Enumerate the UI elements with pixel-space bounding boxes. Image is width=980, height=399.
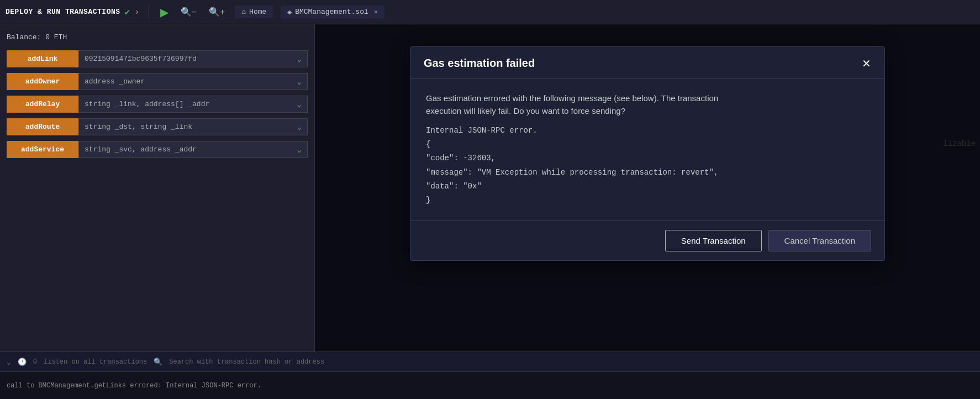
clock-icon: 🕐 xyxy=(18,358,27,366)
fn-input-addRoute[interactable]: string _dst, string _link ⌄ xyxy=(78,118,308,135)
modal-intro-line2: execution will likely fail. Do you want … xyxy=(426,106,625,116)
tab-file[interactable]: ◈ BMCManagement.sol ✕ xyxy=(281,6,384,19)
home-icon: ⌂ xyxy=(241,8,246,16)
code-line: } xyxy=(426,193,869,207)
fn-input-value: string _svc, address _addr xyxy=(85,145,197,154)
modal-footer: Send Transaction Cancel Transaction xyxy=(410,221,884,260)
arrow-icon: › xyxy=(135,8,140,17)
fn-button-addOwner[interactable]: addOwner xyxy=(7,73,78,90)
modal-intro-line1: Gas estimation errored with the followin… xyxy=(426,93,718,103)
balance-label: Balance: 0 ETH xyxy=(7,33,308,41)
fn-button-addRoute[interactable]: addRoute xyxy=(7,118,78,135)
fn-input-addRelay[interactable]: string _link, address[] _addr ⌄ xyxy=(78,96,308,113)
divider xyxy=(149,6,149,19)
modal-title: Gas estimation failed xyxy=(424,57,535,70)
modal-intro-text: Gas estimation errored with the followin… xyxy=(426,92,869,117)
code-line: "code": -32603, xyxy=(426,151,869,165)
zoom-in-button[interactable]: 🔍+ xyxy=(207,6,227,18)
fn-input-value: 09215091471bc9635f736997fd xyxy=(85,55,197,63)
function-row: addService string _svc, address _addr ⌄ xyxy=(7,141,308,158)
fn-input-addService[interactable]: string _svc, address _addr ⌄ xyxy=(78,141,308,158)
modal-code-content: {"code": -32603,"message": "VM Exception… xyxy=(426,138,869,207)
tab-home[interactable]: ⌂ Home xyxy=(235,6,273,18)
fn-chevron-icon[interactable]: ⌄ xyxy=(297,99,302,109)
modal-overlay: Gas estimation failed ✕ Gas estimation e… xyxy=(315,24,980,351)
function-row: addOwner address _owner ⌄ xyxy=(7,73,308,90)
transaction-count: 0 xyxy=(33,358,37,366)
fn-button-addLink[interactable]: addLink xyxy=(7,50,78,67)
cancel-transaction-button[interactable]: Cancel Transaction xyxy=(768,230,871,251)
fn-chevron-icon[interactable]: ⌄ xyxy=(297,122,302,132)
fn-input-value: string _link, address[] _addr xyxy=(85,100,209,108)
send-transaction-button[interactable]: Send Transaction xyxy=(665,230,762,251)
code-line: "data": "0x" xyxy=(426,180,869,193)
listen-label: listen on all transactions xyxy=(44,358,147,366)
code-line: "message": "VM Exception while processin… xyxy=(426,166,869,180)
panel-title: DEPLOY & RUN TRANSACTIONS ✔ › xyxy=(6,7,140,18)
home-tab-label: Home xyxy=(249,8,266,16)
fn-button-addRelay[interactable]: addRelay xyxy=(7,96,78,113)
fn-chevron-icon[interactable]: ⌄ xyxy=(297,77,302,86)
gas-estimation-modal: Gas estimation failed ✕ Gas estimation e… xyxy=(410,46,885,261)
file-icon: ◈ xyxy=(287,8,292,17)
log-area: call to BMCManagement.getLinks errored: … xyxy=(0,371,980,399)
function-list: addLink 09215091471bc9635f736997fd ⌄ add… xyxy=(7,50,308,158)
modal-close-button[interactable]: ✕ xyxy=(862,58,871,69)
code-line: { xyxy=(426,138,869,151)
search-icon-bottom: 🔍 xyxy=(154,358,162,366)
function-row: addLink 09215091471bc9635f736997fd ⌄ xyxy=(7,50,308,67)
fn-input-value: string _dst, string _link xyxy=(85,123,192,131)
play-button[interactable]: ▶ xyxy=(158,4,171,20)
fn-input-addOwner[interactable]: address _owner ⌄ xyxy=(78,73,308,90)
right-area: lizable Gas estimation failed ✕ Gas esti… xyxy=(315,24,980,351)
check-icon: ✔ xyxy=(125,7,130,18)
left-panel: Balance: 0 ETH addLink 09215091471bc9635… xyxy=(0,24,315,351)
error-label: Internal JSON-RPC error. xyxy=(426,124,869,138)
zoom-out-button[interactable]: 🔍− xyxy=(178,6,199,18)
main-layout: Balance: 0 ETH addLink 09215091471bc9635… xyxy=(0,24,980,351)
panel-title-text: DEPLOY & RUN TRANSACTIONS xyxy=(6,8,120,16)
file-tab-label: BMCManagement.sol xyxy=(295,8,368,16)
tab-close-icon[interactable]: ✕ xyxy=(374,8,378,16)
function-row: addRoute string _dst, string _link ⌄ xyxy=(7,118,308,135)
top-bar-actions: ▶ 🔍− 🔍+ ⌂ Home ◈ BMCManagement.sol ✕ xyxy=(158,4,384,20)
fn-input-addLink[interactable]: 09215091471bc9635f736997fd ⌄ xyxy=(78,50,308,67)
bottom-bar: ⌄ 🕐 0 listen on all transactions 🔍 Searc… xyxy=(0,351,980,371)
modal-body: Gas estimation errored with the followin… xyxy=(410,79,884,221)
top-bar: DEPLOY & RUN TRANSACTIONS ✔ › ▶ 🔍− 🔍+ ⌂ … xyxy=(0,0,980,24)
fn-button-addService[interactable]: addService xyxy=(7,141,78,158)
function-row: addRelay string _link, address[] _addr ⌄ xyxy=(7,96,308,113)
chevron-down-icon[interactable]: ⌄ xyxy=(7,358,11,366)
search-placeholder-text: Search with transaction hash or address xyxy=(169,358,324,366)
log-text: call to BMCManagement.getLinks errored: … xyxy=(7,382,261,390)
fn-input-value: address _owner xyxy=(85,77,145,86)
fn-chevron-icon[interactable]: ⌄ xyxy=(297,54,302,64)
fn-chevron-icon[interactable]: ⌄ xyxy=(297,145,302,154)
modal-code-block: Internal JSON-RPC error. {"code": -32603… xyxy=(426,124,869,207)
modal-header: Gas estimation failed ✕ xyxy=(410,47,884,79)
